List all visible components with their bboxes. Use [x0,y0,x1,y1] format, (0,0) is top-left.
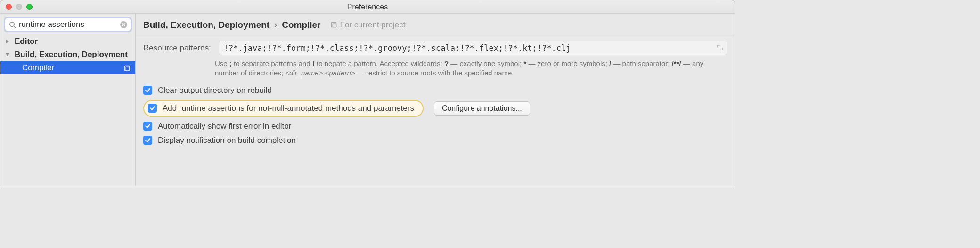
option-runtime-assertions-row: Add runtime assertions for not-null-anno… [143,100,727,117]
search-input[interactable] [18,19,120,30]
tree-item-build-execution-deployment[interactable]: Build, Execution, Deployment [0,48,135,61]
main-panel: Build, Execution, Deployment › Compiler … [136,14,735,186]
scope-label: For current project [340,20,406,30]
tree-item-label: Build, Execution, Deployment [15,50,128,59]
tree-item-editor[interactable]: Editor [0,35,135,48]
breadcrumb-leaf: Compiler [282,20,320,30]
breadcrumb: Build, Execution, Deployment › Compiler … [136,14,735,36]
project-scope-icon [123,65,131,72]
search-icon [9,21,16,28]
option-label: Clear output directory on rebuild [158,86,272,95]
titlebar: Preferences [0,0,735,14]
project-scope-icon [330,21,337,28]
resource-patterns-row: Resource patterns: [143,41,727,55]
chevron-down-icon [5,52,12,57]
settings-tree: Editor Build, Execution, Deployment Comp… [0,34,135,74]
checkbox-checked-icon[interactable] [143,86,152,95]
svg-rect-4 [126,67,130,71]
svg-line-1 [14,26,16,28]
option-label: Automatically show first error in editor [158,122,291,131]
chevron-right-icon: › [274,20,277,30]
checkbox-checked-icon[interactable] [148,104,157,113]
configure-annotations-button[interactable]: Configure annotations... [434,101,530,116]
resource-patterns-field[interactable] [219,41,727,55]
resource-patterns-hint: Use ; to separate patterns and ! to nega… [215,59,727,78]
close-window-icon[interactable] [6,4,12,10]
compiler-options: Clear output directory on rebuild Add ru… [143,86,727,145]
sidebar: Editor Build, Execution, Deployment Comp… [0,14,136,186]
search-field[interactable] [5,18,131,31]
chevron-right-icon [5,39,12,44]
tree-item-label: Editor [15,37,38,46]
preferences-window: Preferences [0,0,735,186]
breadcrumb-root: Build, Execution, Deployment [143,20,270,30]
svg-rect-6 [333,24,336,27]
option-build-notification[interactable]: Display notification on build completion [143,136,727,145]
minimize-window-icon[interactable] [16,4,22,10]
svg-rect-5 [331,22,336,27]
window-controls [6,4,33,10]
resource-patterns-input[interactable] [219,43,727,53]
zoom-window-icon[interactable] [26,4,33,10]
clear-search-icon[interactable] [120,21,128,29]
window-title: Preferences [0,3,735,11]
checkbox-checked-icon[interactable] [143,136,152,145]
tree-item-label: Compiler [22,63,54,73]
scope-indicator: For current project [330,20,406,30]
svg-rect-3 [124,66,129,70]
content: Editor Build, Execution, Deployment Comp… [0,14,735,186]
search-wrap [0,17,135,34]
option-auto-first-error[interactable]: Automatically show first error in editor [143,122,727,131]
settings-body: Resource patterns: Use ; to separate pat… [136,36,735,145]
checkbox-checked-icon[interactable] [143,122,152,131]
option-label: Display notification on build completion [158,136,296,145]
option-runtime-assertions[interactable]: Add runtime assertions for not-null-anno… [143,100,424,117]
option-clear-output[interactable]: Clear output directory on rebuild [143,86,727,95]
option-label: Add runtime assertions for not-null-anno… [163,104,414,113]
resource-patterns-label: Resource patterns: [143,43,211,53]
tree-item-compiler[interactable]: Compiler [0,61,135,74]
expand-field-icon[interactable] [716,44,724,51]
